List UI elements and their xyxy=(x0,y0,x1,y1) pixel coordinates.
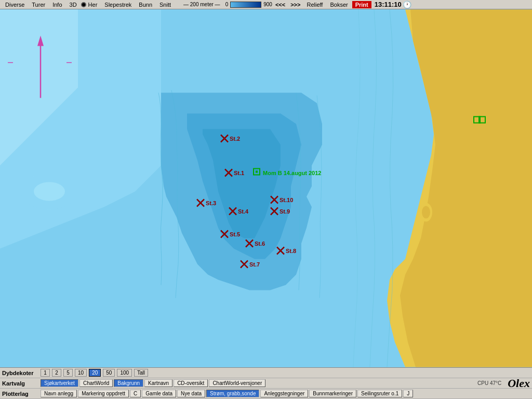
depth-btn-50[interactable]: 50 xyxy=(103,369,115,377)
svg-text:St.7: St.7 xyxy=(249,261,260,268)
plotterlag-bunnmarkeringer[interactable]: Bunnmarkeringer xyxy=(309,390,356,397)
kartvalg-chartworld-versjoner[interactable]: ChartWorld-versjoner xyxy=(209,379,265,387)
kartvalg-kartnavn[interactable]: Kartnavn xyxy=(144,379,172,387)
menu-info[interactable]: Info xyxy=(49,2,65,8)
cpu-display: CPU 47°C xyxy=(477,380,501,386)
kartvalg-buttons: Sjøkartverket ChartWorld Bakgrunn Kartna… xyxy=(41,379,265,387)
svg-text:St.1: St.1 xyxy=(234,170,244,176)
depth-max-label: 900 xyxy=(263,2,272,7)
svg-text:St.9: St.9 xyxy=(280,208,290,215)
bottom-panels: Dybdekoter 1 2 5 10 20 50 100 Tall Kartv… xyxy=(0,367,532,399)
depth-btn-tall[interactable]: Tall xyxy=(134,369,148,377)
depth-btn-20[interactable]: 20 xyxy=(89,369,101,377)
depth-gradient xyxy=(230,2,261,8)
print-button[interactable]: Print xyxy=(352,1,371,8)
depth-btn-100[interactable]: 100 xyxy=(117,369,132,377)
dybdekoter-label: Dybdekoter xyxy=(2,370,38,376)
plotterlag-markering-oppdrett[interactable]: Markering oppdrett xyxy=(78,390,129,397)
menu-turer[interactable]: Turer xyxy=(29,2,48,8)
menu-bokser[interactable]: Bokser xyxy=(327,2,351,8)
svg-text:St.6: St.6 xyxy=(255,241,265,247)
map-svg: St.2 St.1 Mom B 14.augut 2012 St.3 xyxy=(0,9,532,367)
app: Diverse Turer Info 3D Her Slepestrek Bun… xyxy=(0,0,532,399)
svg-text:St.2: St.2 xyxy=(230,136,240,142)
plotterlag-j[interactable]: J xyxy=(403,390,413,397)
mom-marker-inner xyxy=(256,171,258,173)
map-area[interactable]: St.2 St.1 Mom B 14.augut 2012 St.3 xyxy=(0,9,532,367)
scale-label: — 200 meter — xyxy=(183,2,220,7)
plotterlag-strom-grabb-sonde[interactable]: Strøm, grabb,sonde xyxy=(206,390,259,397)
plotterlag-seilingsruter[interactable]: Seilingsruter o.1 xyxy=(357,390,402,397)
kartvalg-label: Kartvalg xyxy=(2,380,38,387)
depth-btn-2[interactable]: 2 xyxy=(52,369,61,377)
menu-3d[interactable]: 3D xyxy=(66,2,80,8)
plotterlag-gamle-data[interactable]: Gamle data xyxy=(142,390,176,397)
plotterlag-nye-data[interactable]: Nye data xyxy=(177,390,205,397)
kartvalg-row: Kartvalg Sjøkartverket ChartWorld Bakgru… xyxy=(0,378,532,389)
radio-her[interactable]: Her xyxy=(81,2,101,8)
svg-text:St.8: St.8 xyxy=(286,248,296,254)
mom-label: Mom B 14.augut 2012 xyxy=(263,170,321,176)
svg-point-11 xyxy=(422,206,430,219)
plotterlag-row: Plotterlag Navn anlegg Markering oppdret… xyxy=(0,389,532,399)
nav-next[interactable]: >>> xyxy=(288,2,302,8)
depth-min-label: 0 xyxy=(225,2,229,7)
svg-text:St.10: St.10 xyxy=(280,197,293,203)
menubar: Diverse Turer Info 3D Her Slepestrek Bun… xyxy=(0,0,532,9)
depth-btn-5[interactable]: 5 xyxy=(63,369,73,377)
kartvalg-cd-oversikt[interactable]: CD-oversikt xyxy=(174,379,208,387)
plotterlag-c[interactable]: C xyxy=(130,390,141,397)
radio-circle-her xyxy=(81,2,86,7)
depth-gradient-area: 0 900 xyxy=(225,2,272,8)
clock-icon[interactable]: 🕐 xyxy=(403,1,411,9)
menu-diverse[interactable]: Diverse xyxy=(2,2,28,8)
plotterlag-anleggstegninger[interactable]: Anleggstegninger xyxy=(260,390,308,397)
olex-logo: Olex xyxy=(508,377,530,390)
menu-relieff[interactable]: Relieff xyxy=(303,2,326,8)
plotterlag-label: Plotterlag xyxy=(2,391,38,397)
dybdekoter-row: Dybdekoter 1 2 5 10 20 50 100 Tall xyxy=(0,368,532,378)
kartvalg-chartworld[interactable]: ChartWorld xyxy=(79,379,113,387)
svg-point-7 xyxy=(34,182,65,201)
plotterlag-navn-anlegg[interactable]: Navn anlegg xyxy=(41,390,77,397)
menu-slepestrek[interactable]: Slepestrek xyxy=(101,2,135,8)
svg-text:St.5: St.5 xyxy=(230,231,240,237)
time-display: 13:11:10 xyxy=(375,1,402,8)
depth-btn-10[interactable]: 10 xyxy=(75,369,87,377)
kartvalg-bakgrunn[interactable]: Bakgrunn xyxy=(114,379,143,387)
svg-text:St.3: St.3 xyxy=(206,200,216,206)
menu-her[interactable]: Her xyxy=(87,2,101,8)
kartvalg-sjokartverket[interactable]: Sjøkartverket xyxy=(41,379,78,387)
plotterlag-buttons: Navn anlegg Markering oppdrett C Gamle d… xyxy=(41,390,413,397)
nav-prev[interactable]: <<< xyxy=(273,2,287,8)
menu-bunn[interactable]: Bunn xyxy=(136,2,155,8)
scale-area: — 200 meter — xyxy=(183,2,220,7)
menu-snitt[interactable]: Snitt xyxy=(156,2,174,8)
depth-btn-1[interactable]: 1 xyxy=(41,369,50,377)
svg-text:St.4: St.4 xyxy=(238,208,249,215)
